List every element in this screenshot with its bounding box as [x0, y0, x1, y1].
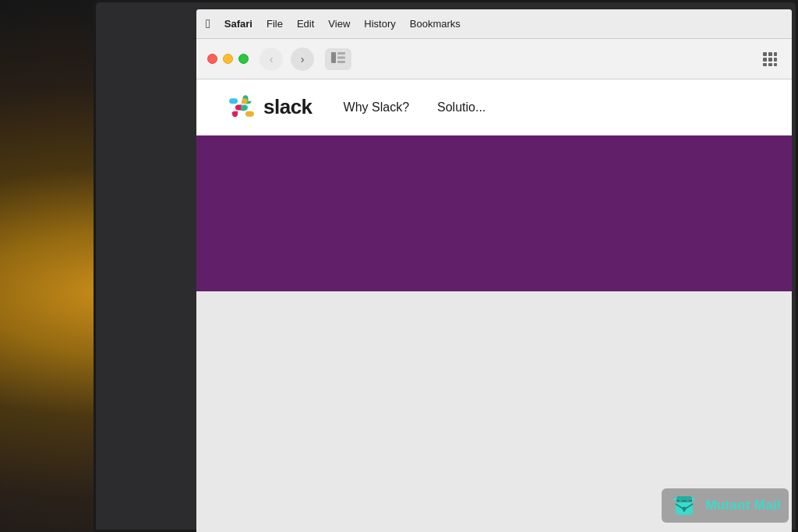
back-button[interactable]: ‹: [260, 48, 283, 71]
slack-logo[interactable]: slack: [228, 93, 312, 122]
svg-rect-10: [763, 63, 767, 66]
traffic-lights: [207, 54, 249, 64]
apple-menu[interactable]: : [206, 17, 210, 31]
safari-toolbar: ‹ ›: [196, 39, 792, 79]
bookmarks-menu[interactable]: Bookmarks: [410, 18, 461, 30]
mutant-mail-watermark: Mutant Mail: [662, 488, 789, 523]
forward-icon: ›: [301, 53, 305, 65]
macos-menubar:  Safari File Edit View History Bookmark…: [196, 9, 792, 39]
forward-button[interactable]: ›: [291, 48, 314, 71]
close-button[interactable]: [207, 54, 217, 64]
macbook-bezel:  Safari File Edit View History Bookmark…: [94, 0, 798, 532]
svg-rect-8: [768, 58, 772, 62]
back-icon: ‹: [270, 53, 274, 65]
sidebar-icon: [331, 52, 345, 66]
browser-content: slack Why Slack? Solutio...: [196, 79, 792, 291]
edit-menu[interactable]: Edit: [297, 18, 314, 30]
svg-rect-1: [337, 52, 345, 55]
svg-rect-5: [768, 52, 772, 56]
safari-menu[interactable]: Safari: [224, 18, 252, 30]
slack-hero-section: [196, 136, 792, 291]
mutant-mail-label: Mutant Mail: [705, 498, 781, 513]
svg-rect-2: [337, 56, 345, 58]
minimize-button[interactable]: [223, 54, 233, 64]
sidebar-toggle-button[interactable]: [325, 48, 351, 70]
svg-rect-4: [763, 52, 767, 56]
svg-rect-0: [331, 52, 336, 63]
svg-rect-12: [774, 63, 777, 66]
mutant-mail-icon: [669, 493, 699, 518]
svg-rect-7: [763, 58, 767, 62]
file-menu[interactable]: File: [267, 18, 283, 30]
slack-navbar: slack Why Slack? Solutio...: [196, 79, 792, 136]
svg-rect-18: [683, 509, 685, 512]
svg-rect-9: [774, 58, 777, 62]
history-menu[interactable]: History: [364, 18, 395, 30]
slack-wordmark: slack: [263, 95, 312, 119]
screen:  Safari File Edit View History Bookmark…: [196, 9, 792, 532]
svg-rect-11: [768, 63, 772, 66]
slack-nav-why[interactable]: Why Slack?: [344, 100, 409, 115]
maximize-button[interactable]: [238, 54, 249, 64]
grid-button[interactable]: [759, 48, 781, 70]
svg-rect-3: [337, 61, 345, 63]
slack-nav-items: Why Slack? Solutio...: [344, 100, 486, 115]
svg-rect-6: [774, 52, 777, 56]
slack-nav-solutions[interactable]: Solutio...: [437, 100, 486, 115]
view-menu[interactable]: View: [328, 18, 350, 30]
slack-icon: [228, 93, 256, 122]
svg-rect-15: [676, 500, 692, 502]
